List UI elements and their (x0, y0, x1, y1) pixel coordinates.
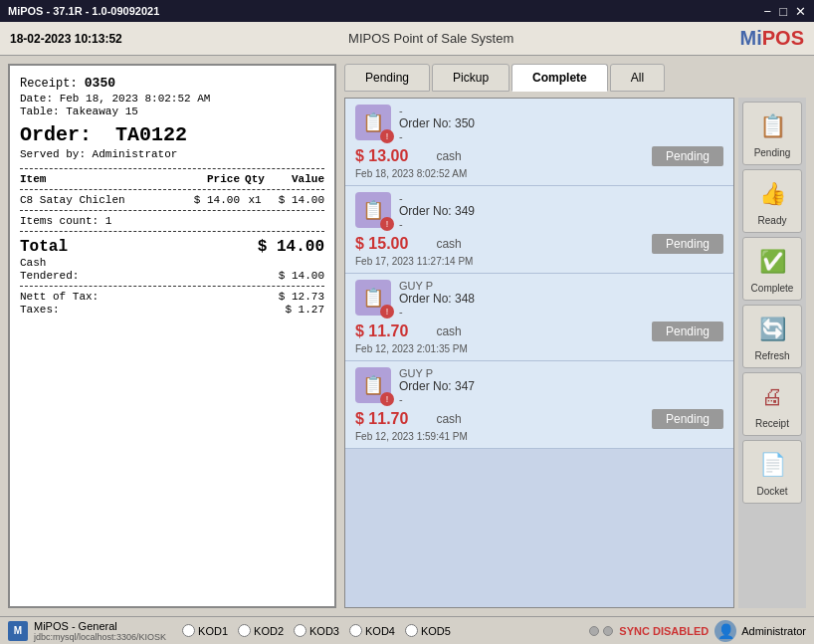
order-amount-group: $ 13.00 cash (355, 147, 462, 165)
radio-label: KOD3 (309, 625, 339, 637)
receipt-items: C8 Satay Chiclen $ 14.00 x1 $ 14.00 (20, 194, 324, 206)
order-item[interactable]: 📋 ! - Order No: 349 - $ 15.00 cash Pendi… (345, 186, 733, 274)
order-badge: ! (380, 217, 394, 231)
order-item[interactable]: 📋 ! GUY P Order No: 348 - $ 11.70 cash P… (345, 274, 733, 361)
radio-label: KOD1 (198, 625, 228, 637)
sidebar-btn-complete[interactable]: ✅ Complete (742, 237, 802, 301)
sidebar-btn-refresh[interactable]: 🔄 Refresh (742, 305, 802, 368)
radio-input[interactable] (182, 624, 195, 637)
sidebar-btn-ready[interactable]: 👍 Ready (742, 169, 802, 233)
order-date: Feb 12, 2023 1:59:41 PM (355, 431, 723, 442)
radio-kod3[interactable]: KOD3 (294, 624, 339, 637)
tax-value: $ 1.27 (285, 304, 324, 316)
order-status-button[interactable]: Pending (652, 322, 723, 341)
title-bar: MiPOS - 37.1R - 1.0-09092021 − □ ✕ (0, 0, 814, 22)
sidebar-icon: 🖨 (754, 379, 790, 415)
order-list[interactable]: 📋 ! - Order No: 350 - $ 13.00 cash Pendi… (344, 98, 734, 608)
col-price: Price (180, 173, 240, 185)
radio-kod2[interactable]: KOD2 (238, 624, 284, 637)
window-controls[interactable]: − □ ✕ (764, 4, 806, 19)
order-amount: $ 13.00 (355, 147, 408, 165)
order-customer: GUY P (399, 367, 723, 379)
order-amount-row: $ 15.00 cash Pending (355, 234, 723, 254)
tab-bar[interactable]: PendingPickupCompleteAll (344, 64, 806, 92)
nett-label: Nett of Tax: (20, 291, 99, 303)
order-amount-row: $ 11.70 cash Pending (355, 409, 723, 429)
order-icon: 📋 ! (355, 367, 391, 403)
radio-input[interactable] (294, 624, 306, 637)
order-note: - (399, 306, 723, 318)
radio-input[interactable] (405, 624, 418, 637)
sync-label: SYNC DISABLED (619, 625, 709, 637)
order-status-button[interactable]: Pending (652, 409, 723, 429)
order-status-button[interactable]: Pending (652, 146, 723, 166)
order-note: - (399, 218, 723, 230)
order-status-button[interactable]: Pending (652, 234, 723, 254)
receipt-table-row: Table: Takeaway 15 (20, 106, 324, 117)
order-icon: 📋 ! (355, 192, 391, 228)
radio-kod4[interactable]: KOD4 (349, 624, 395, 637)
col-qty: Qty (240, 173, 270, 185)
item-name: C8 Satay Chiclen (20, 194, 180, 206)
minimize-button[interactable]: − (764, 4, 772, 19)
order-no: Order No: 349 (399, 204, 723, 218)
app-icon: M (8, 621, 28, 641)
order-no: Order No: 347 (399, 379, 723, 393)
cash-label: Cash (20, 257, 324, 269)
col-item: Item (20, 173, 180, 185)
order-icon: 📋 ! (355, 105, 391, 140)
items-count: Items count: 1 (20, 215, 324, 227)
tab-pending[interactable]: Pending (344, 64, 430, 92)
tax-label: Taxes: (20, 304, 60, 316)
receipt-number: 0350 (85, 76, 115, 91)
receipt-title: Receipt: 0350 (20, 76, 324, 91)
divider-5 (20, 286, 324, 287)
item-qty: x1 (240, 194, 270, 206)
order-amount: $ 15.00 (355, 235, 408, 253)
sidebar-icon: 📋 (754, 108, 790, 144)
radio-input[interactable] (349, 624, 362, 637)
order-item[interactable]: 📋 ! - Order No: 350 - $ 13.00 cash Pendi… (345, 99, 733, 186)
order-header: 📋 ! GUY P Order No: 347 - (355, 367, 723, 405)
order-customer: - (399, 105, 723, 116)
order-label: Order: (20, 123, 92, 146)
order-note: - (399, 130, 723, 142)
tab-all[interactable]: All (610, 64, 665, 92)
order-amount-group: $ 11.70 cash (355, 410, 462, 428)
order-item[interactable]: 📋 ! GUY P Order No: 347 - $ 11.70 cash P… (345, 361, 733, 449)
order-amount-group: $ 11.70 cash (355, 322, 462, 340)
receipt-label: Receipt: (20, 77, 78, 91)
tab-pickup[interactable]: Pickup (432, 64, 509, 92)
sidebar-icon: ✅ (754, 244, 790, 280)
order-info: GUY P Order No: 348 - (399, 280, 723, 318)
close-button[interactable]: ✕ (795, 4, 806, 19)
sidebar-btn-pending[interactable]: 📋 Pending (742, 102, 802, 165)
radio-input[interactable] (238, 624, 251, 637)
column-headers: Item Price Qty Value (20, 173, 324, 185)
order-date: Feb 17, 2023 11:27:14 PM (355, 256, 723, 267)
maximize-button[interactable]: □ (779, 4, 787, 19)
sidebar-btn-label: Docket (756, 486, 787, 497)
order-header: 📋 ! GUY P Order No: 348 - (355, 280, 723, 318)
db-connection: jdbc:mysql/localhost:3306/KIOSK (34, 632, 166, 642)
radio-kod5[interactable]: KOD5 (405, 624, 451, 637)
tab-complete[interactable]: Complete (511, 64, 608, 92)
radio-kod1[interactable]: KOD1 (182, 624, 228, 637)
main-area: Receipt: 0350 Date: Feb 18, 2023 8:02:52… (0, 56, 814, 616)
order-date: Feb 18, 2023 8:02:52 AM (355, 168, 723, 179)
radio-group[interactable]: KOD1KOD2KOD3KOD4KOD5 (182, 624, 451, 637)
order-number-display: Order: TA0122 (20, 123, 324, 146)
status-bar: M MiPOS - General jdbc:mysql/localhost:3… (0, 616, 814, 644)
sidebar-btn-docket[interactable]: 📄 Docket (742, 440, 802, 504)
sidebar-btn-label: Ready (758, 215, 787, 226)
date-label: Date: (20, 93, 53, 105)
order-info: - Order No: 350 - (399, 105, 723, 142)
sync-status: SYNC DISABLED 👤 Administrator (589, 620, 806, 642)
order-note: - (399, 393, 723, 405)
logo: MiPOS (740, 27, 804, 50)
divider-4 (20, 231, 324, 232)
tax-row: Taxes: $ 1.27 (20, 304, 324, 316)
nett-row: Nett of Tax: $ 12.73 (20, 291, 324, 303)
sidebar-btn-receipt[interactable]: 🖨 Receipt (742, 372, 802, 436)
table-value: Takeaway 15 (66, 106, 138, 117)
